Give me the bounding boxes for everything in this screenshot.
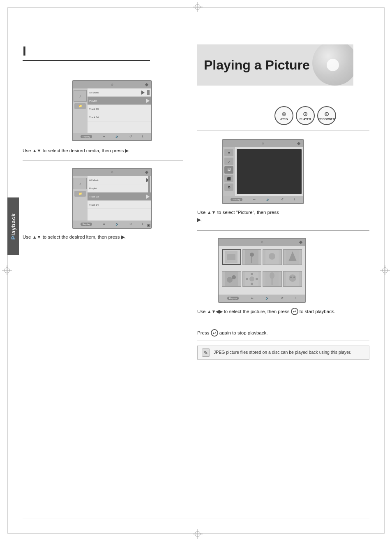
screen2-footer: Replay ⇔ 🔊 ↺ ℹ	[73, 221, 151, 228]
screen2-row1: All Music	[88, 176, 151, 184]
bottom-divider	[23, 518, 369, 518]
sidebar-tab: Playback	[7, 197, 19, 255]
screen1-row4: Track 04	[88, 113, 151, 121]
screen2-header: ⊙	[73, 169, 151, 176]
screen2-right-col: All Music Playlist Track 03 Track 04 ▼	[88, 176, 151, 221]
compat-icon-jpeg: ⊛ JPEG	[274, 106, 293, 125]
screen1-icon1: 📁	[74, 103, 86, 109]
svg-point-17	[256, 278, 258, 280]
photo-cell-2	[242, 249, 262, 265]
right-title-banner: Playing a Picture	[197, 44, 353, 86]
scrollbar2	[148, 176, 150, 193]
title-divider	[23, 60, 150, 61]
footer-replay-btn4: Replay	[227, 297, 239, 300]
screen3-content: ≡ ♪ 🖼 ⬛ ⚙	[223, 147, 303, 196]
screen-mockup-2: ⊙ ♪ 📁 All Music Playlist Track 03 Track …	[72, 168, 152, 229]
svg-point-14	[251, 273, 253, 275]
divider-2	[23, 247, 183, 247]
page-title: Playing a Picture	[204, 58, 310, 73]
svg-point-22	[289, 274, 296, 282]
instruction-3a: Use ▲▼ to select "Picture", then press ▶…	[197, 209, 357, 224]
svg-point-11	[232, 275, 236, 279]
symbol-enter-1: ↵	[291, 308, 298, 315]
svg-point-19	[270, 272, 274, 279]
photo-cell-3	[263, 249, 282, 265]
symbol-play-1: ▶	[125, 147, 128, 154]
recorder-label: RECORDER	[318, 118, 335, 121]
page-border	[7, 7, 385, 534]
svg-point-24	[293, 276, 295, 278]
screen1-right-col: All Music Playlist Track 03 Track 04	[88, 88, 151, 133]
symbol-play-3: ▶	[197, 216, 201, 223]
compat-icon-recorder: ⊙ RECORDER	[317, 106, 336, 125]
symbol-play-2: ▶	[121, 234, 125, 241]
photo-cell-7	[263, 271, 282, 287]
photo-cell-1	[222, 249, 241, 265]
svg-point-13	[249, 276, 254, 281]
screen2-row2: Playlist	[88, 184, 151, 193]
screen-mockup-4: ⊙	[218, 238, 306, 303]
instruction-1: Use ▲▼ to select the desired media, then…	[23, 147, 183, 155]
screen1-row2: Playlist	[88, 97, 151, 105]
screen3-dark-panel	[237, 149, 302, 194]
compat-icon-player: ⊙ PLAYER	[296, 106, 315, 125]
screen-mockup-3: ⊙ ≡ ♪ 🖼 ⬛ ⚙ Replay ⇔ 🔊 ↺ ℹ	[222, 139, 304, 204]
icon-music: ♪	[224, 158, 233, 165]
crosshair-top	[193, 2, 203, 12]
screen1-content: ♪ 📁 All Music Playlist Track 03 Track 04	[73, 88, 151, 133]
screen1-row3: Track 03	[88, 105, 151, 113]
screen1-footer: Replay ⇔ 🔊 ↺ ℹ	[73, 133, 151, 140]
sidebar-p-letter: P	[10, 236, 16, 240]
screen2-row3: Track 03	[88, 193, 151, 201]
svg-rect-1	[227, 254, 235, 260]
footer-replay-btn2: Replay	[81, 223, 92, 226]
svg-point-16	[246, 278, 248, 280]
instruction-2: Use ▲▼ to select the desired item, then …	[23, 234, 183, 241]
screen2-row4: Track 04 ▼	[88, 201, 151, 209]
disc-hole	[327, 59, 339, 71]
footer-replay-btn3: Replay	[231, 198, 242, 201]
screen1-row1: All Music	[88, 88, 151, 97]
screen3-left-col: ≡ ♪ 🖼 ⬛ ⚙	[223, 147, 235, 196]
jpeg-symbol: ⊛	[281, 111, 286, 117]
jpeg-label: JPEG	[280, 118, 288, 121]
crosshair-right	[380, 265, 390, 275]
right-divider-1	[197, 130, 369, 130]
photo-cell-6	[242, 271, 262, 287]
screen1-left-col: ♪ 📁	[73, 88, 88, 133]
screen3-header: ⊙	[223, 140, 303, 147]
photo-cell-4	[283, 249, 302, 265]
screen4-footer: Replay ⇔ 🔊 ↺ ℹ	[219, 295, 305, 302]
screen1-header: ⊙	[73, 81, 151, 88]
svg-point-3	[250, 253, 254, 257]
symbol-updown-2: ▲▼	[32, 234, 42, 241]
symbol-4dir: ▲▼◀▶	[207, 308, 223, 315]
screen3-footer: Replay ⇔ 🔊 ↺ ℹ	[223, 196, 303, 203]
symbol-updown-3: ▲▼	[207, 209, 216, 216]
crosshair-bottom	[193, 529, 203, 539]
symbol-updown-1: ▲▼	[32, 147, 42, 154]
note-text: JPEG picture files stored on a disc can …	[214, 350, 351, 355]
right-divider-3	[197, 341, 369, 341]
svg-point-10	[227, 277, 233, 283]
photo-grid	[220, 248, 304, 293]
screen2-icon1: 📁	[74, 191, 86, 197]
footer-replay-btn: Replay	[81, 135, 92, 138]
player-label: PLAYER	[300, 118, 311, 121]
photo-cell-5	[222, 271, 241, 287]
screen2-left-col: ♪ 📁	[73, 176, 88, 221]
screen2-content: ♪ 📁 All Music Playlist Track 03 Track 04…	[73, 176, 151, 221]
svg-point-23	[290, 276, 292, 278]
scrollbar	[147, 90, 150, 95]
note-box: ✎ JPEG picture files stored on a disc ca…	[197, 346, 369, 360]
symbol-enter-2: ↵	[211, 329, 218, 337]
scroll-down: ▼	[147, 224, 150, 227]
left-title-area: I	[23, 44, 162, 61]
svg-point-6	[269, 253, 275, 260]
icon-picture: 🖼	[224, 166, 233, 174]
photo-cell-8	[283, 271, 302, 287]
screen4-content	[219, 246, 305, 295]
thumb-music: ♪	[74, 90, 87, 102]
instruction-3c: Press ↵ again to stop playback.	[197, 329, 357, 337]
screen-mockup-1: ⊙ ♪ 📁 All Music Playlist Track 03 Track …	[72, 80, 152, 141]
